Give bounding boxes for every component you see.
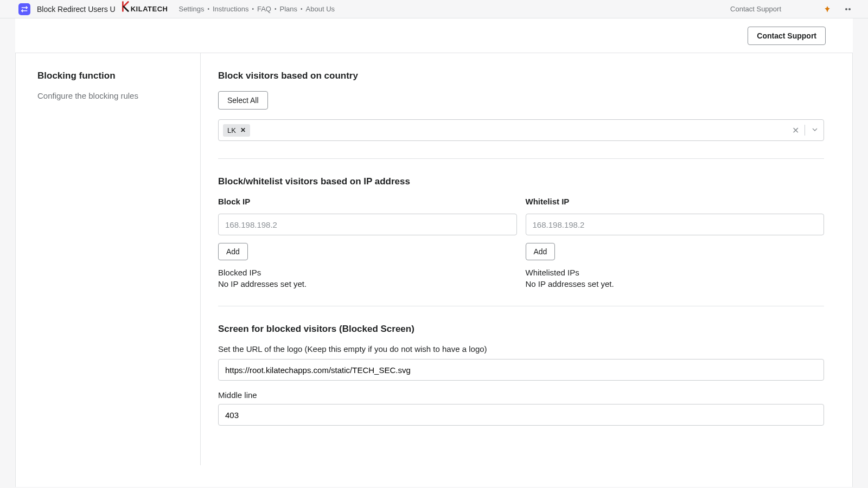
sidebar-title: Blocking function bbox=[37, 70, 189, 81]
whitelisted-ips-title: Whitelisted IPs bbox=[526, 268, 825, 277]
subheader: Contact Support bbox=[15, 18, 853, 53]
blocked-ips-empty: No IP addresses set yet. bbox=[218, 279, 517, 288]
block-ip-input[interactable] bbox=[218, 214, 517, 235]
topbar: Block Redirect Users U KILATECH Settings… bbox=[0, 0, 868, 18]
middle-line-input[interactable] bbox=[218, 404, 824, 426]
country-section-title: Block visitors based on country bbox=[218, 70, 824, 81]
nav-about[interactable]: About Us bbox=[306, 5, 335, 13]
brand-mark-icon bbox=[122, 1, 130, 14]
more-icon[interactable] bbox=[845, 8, 851, 10]
whitelist-ip-add-button[interactable]: Add bbox=[526, 243, 556, 260]
ip-section-title: Block/whitelist visitors based on IP add… bbox=[218, 176, 824, 187]
logo-url-label: Set the URL of the logo (Keep this empty… bbox=[218, 344, 824, 354]
country-tag-label: LK bbox=[227, 126, 236, 134]
divider bbox=[218, 306, 824, 306]
sidebar: Blocking function Configure the blocking… bbox=[27, 53, 200, 465]
nav-faq[interactable]: FAQ bbox=[257, 5, 271, 13]
main-panel: Block visitors based on country Select A… bbox=[200, 53, 841, 465]
country-tag-lk: LK ✕ bbox=[223, 124, 250, 137]
clear-all-icon[interactable]: ✕ bbox=[792, 125, 799, 136]
block-ip-column: Block IP Add Blocked IPs No IP addresses… bbox=[218, 197, 517, 288]
whitelist-ip-input[interactable] bbox=[526, 214, 825, 235]
blocked-screen-title: Screen for blocked visitors (Blocked Scr… bbox=[218, 324, 824, 335]
contact-support-button[interactable]: Contact Support bbox=[748, 27, 826, 45]
sidebar-desc: Configure the blocking rules bbox=[37, 91, 189, 100]
nav-links: Settings • Instructions • FAQ • Plans • … bbox=[178, 5, 335, 13]
app-name: Block Redirect Users U bbox=[37, 5, 116, 14]
nav-plans[interactable]: Plans bbox=[280, 5, 298, 13]
divider bbox=[218, 158, 824, 159]
brand-text: KILATECH bbox=[131, 5, 168, 13]
select-all-button[interactable]: Select All bbox=[218, 91, 268, 110]
country-multiselect[interactable]: LK ✕ ✕ bbox=[218, 119, 824, 141]
block-ip-label: Block IP bbox=[218, 197, 517, 206]
chevron-down-icon[interactable] bbox=[810, 125, 819, 136]
app-icon bbox=[18, 3, 30, 15]
middle-line-label: Middle line bbox=[218, 390, 824, 400]
whitelist-ip-column: Whitelist IP Add Whitelisted IPs No IP a… bbox=[526, 197, 825, 288]
contact-support-link[interactable]: Contact Support bbox=[730, 5, 781, 13]
nav-instructions[interactable]: Instructions bbox=[213, 5, 248, 13]
block-ip-add-button[interactable]: Add bbox=[218, 243, 248, 260]
country-input[interactable] bbox=[253, 123, 789, 137]
nav-settings[interactable]: Settings bbox=[178, 5, 204, 13]
remove-tag-icon[interactable]: ✕ bbox=[240, 126, 246, 134]
pin-icon[interactable] bbox=[824, 5, 831, 13]
whitelist-ip-label: Whitelist IP bbox=[526, 197, 825, 206]
brand-logo: KILATECH bbox=[122, 3, 168, 15]
blocked-ips-title: Blocked IPs bbox=[218, 268, 517, 277]
logo-url-input[interactable] bbox=[218, 359, 824, 381]
whitelisted-ips-empty: No IP addresses set yet. bbox=[526, 279, 825, 288]
